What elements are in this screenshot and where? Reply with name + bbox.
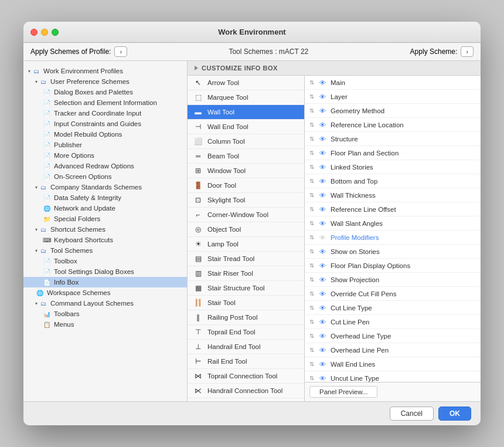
tree-item-toolbox[interactable]: 📄 Toolbox [23,256,187,266]
prop-handle[interactable]: ⇅ [309,121,314,128]
tool-item-handrail-connection[interactable]: ⋉ Handrail Connection Tool [188,384,304,398]
tool-item-wall-end[interactable]: ⊣ Wall End Tool [188,120,304,134]
tool-item-toprail-connection[interactable]: ⋈ Toprail Connection Tool [188,369,304,384]
prop-eye-uncut-line-type[interactable]: 👁 [318,374,327,382]
prop-eye-overhead-line-pen[interactable]: 👁 [318,346,327,354]
prop-item-show-projection[interactable]: ⇅ 👁 Show Projection [305,273,481,287]
prop-handle[interactable]: ⇅ [309,333,314,339]
tree-item-tracker[interactable]: 📄 Tracker and Coordinate Input [23,108,187,118]
prop-item-show-on-stories[interactable]: ⇅ 👁 Show on Stories [305,245,481,259]
prop-handle[interactable]: ⇅ [309,234,314,241]
prop-item-floor-display[interactable]: ⇅ 👁 Floor Plan Display Options [305,259,481,273]
tree-item-dialog-boxes[interactable]: 📄 Dialog Boxes and Palettes [23,87,187,97]
prop-handle[interactable]: ⇅ [309,276,314,283]
tree-item-data-safety[interactable]: 📄 Data Safety & Integrity [23,192,187,203]
tree-item-special-folders[interactable]: 📁 Special Folders [23,214,187,224]
prop-item-wall-end-lines[interactable]: ⇅ 👁 Wall End Lines [305,357,481,371]
tool-item-railing-post[interactable]: ‖ Railing Post Tool [188,310,304,325]
prop-item-main[interactable]: ⇅ 👁 Main [305,76,481,90]
prop-item-cut-line-pen[interactable]: ⇅ 👁 Cut Line Pen [305,315,481,329]
prop-eye-show-on-stories[interactable]: 👁 [318,248,327,256]
tool-item-door[interactable]: 🚪 Door Tool [188,178,304,193]
prop-handle[interactable]: ⇅ [309,361,314,367]
prop-item-override-cut-fill[interactable]: ⇅ 👁 Override Cut Fill Pens [305,287,481,301]
prop-eye-cut-line-pen[interactable]: 👁 [318,318,327,326]
tree-item-input-constraints[interactable]: 📄 Input Constraints and Guides [23,118,187,129]
tool-item-column[interactable]: ⬜ Column Tool [188,134,304,149]
prop-eye-show-projection[interactable]: 👁 [318,276,327,284]
tool-item-marquee[interactable]: ⬚ Marquee Tool [188,90,304,105]
prop-eye-wall-end-lines[interactable]: 👁 [318,360,327,368]
prop-item-ref-line-loc[interactable]: ⇅ 👁 Reference Line Location [305,118,481,132]
tool-item-arrow[interactable]: ↖ Arrow Tool [188,76,304,90]
tool-item-stair-structure[interactable]: ▦ Stair Structure Tool [188,281,304,296]
prop-eye-override-cut-fill[interactable]: 👁 [318,290,327,298]
tool-item-wall[interactable]: ▬ Wall Tool [188,105,304,120]
prop-handle[interactable]: ⇅ [309,136,314,142]
prop-eye-ref-line-offset[interactable]: 👁 [318,205,327,214]
prop-eye-geometry[interactable]: 👁 [318,107,327,115]
prop-eye-main[interactable]: 👁 [318,79,327,87]
prop-item-wall-thickness[interactable]: ⇅ 👁 Wall Thickness [305,188,481,202]
tree-item-more-options[interactable]: 📄 More Options [23,150,187,161]
prop-handle[interactable]: ⇅ [309,319,314,325]
prop-item-profile-modifiers[interactable]: ⇅ 👁 Profile Modifiers [305,231,481,245]
tree-item-on-screen[interactable]: 📄 On-Screen Options [23,171,187,182]
prop-eye-wall-slant[interactable]: 👁 [318,219,327,228]
prop-item-floor-plan-section[interactable]: ⇅ 👁 Floor Plan and Section [305,146,481,160]
prop-handle[interactable]: ⇅ [309,290,314,297]
tool-item-beam[interactable]: ═ Beam Tool [188,149,304,164]
tree-item-menus[interactable]: 📋 Menus [23,319,187,330]
tool-item-window[interactable]: ⊞ Window Tool [188,164,304,178]
tree-item-network[interactable]: 🌐 Network and Update [23,203,187,214]
cancel-button[interactable]: Cancel [390,407,434,421]
prop-item-geometry-method[interactable]: ⇅ 👁 Geometry Method [305,104,481,118]
tool-item-skylight[interactable]: ⊡ Skylight Tool [188,193,304,208]
prop-item-cut-line-type[interactable]: ⇅ 👁 Cut Line Type [305,301,481,315]
apply-scheme-dropdown[interactable]: › [461,46,474,57]
prop-handle[interactable]: ⇅ [309,375,314,381]
tool-item-lamp[interactable]: ☀ Lamp Tool [188,237,304,252]
prop-item-layer[interactable]: ⇅ 👁 Layer [305,90,481,104]
maximize-button[interactable] [52,29,59,36]
tree-item-keyboard-shortcuts[interactable]: ⌨ Keyboard Shortcuts [23,235,187,245]
prop-eye-overhead-line-type[interactable]: 👁 [318,332,327,340]
prop-item-linked-stories[interactable]: ⇅ 👁 Linked Stories [305,160,481,174]
tree-item-tool-schemes[interactable]: ▾ 🗂 Tool Schemes [23,245,187,256]
tool-item-object[interactable]: ◎ Object Tool [188,222,304,237]
prop-eye-wall-thickness[interactable]: 👁 [318,191,327,199]
prop-handle[interactable]: ⇅ [309,79,314,86]
tool-item-corner-window[interactable]: ⌐ Corner-Window Tool [188,208,304,222]
tool-item-stair-tread[interactable]: ▤ Stair Tread Tool [188,252,304,266]
prop-eye-cut-line-type[interactable]: 👁 [318,304,327,312]
prop-item-wall-slant[interactable]: ⇅ 👁 Wall Slant Angles [305,216,481,231]
prop-handle[interactable]: ⇅ [309,248,314,255]
prop-handle[interactable]: ⇅ [309,347,314,353]
close-button[interactable] [30,29,38,36]
tree-item-info-box[interactable]: 📄 Info Box [23,277,187,287]
panel-preview-button[interactable]: Panel Preview... [309,386,377,398]
prop-eye-layer[interactable]: 👁 [318,93,327,101]
tree-item-command-layout[interactable]: ▾ 🗂 Command Layout Schemes [23,298,187,309]
tool-item-rail-end[interactable]: ⊢ Rail End Tool [188,354,304,369]
prop-eye-floor-plan-section[interactable]: 👁 [318,149,327,157]
prop-eye-bottom-top[interactable]: 👁 [318,177,327,185]
prop-eye-linked-stories[interactable]: 👁 [318,163,327,171]
apply-schemes-dropdown[interactable]: › [114,46,127,57]
prop-handle[interactable]: ⇅ [309,304,314,311]
prop-item-overhead-line-type[interactable]: ⇅ 👁 Overhead Line Type [305,329,481,343]
ok-button[interactable]: OK [438,407,471,421]
tool-item-toprail-end[interactable]: ⊤ Toprail End Tool [188,325,304,340]
tree-item-publisher[interactable]: 📄 Publisher [23,140,187,150]
prop-handle[interactable]: ⇅ [309,192,314,198]
tree-item-selection-elem[interactable]: 📄 Selection and Element Information [23,97,187,108]
prop-handle[interactable]: ⇅ [309,220,314,226]
tree-item-company-std[interactable]: ▾ 🗂 Company Standards Schemes [23,182,187,192]
prop-item-bottom-top[interactable]: ⇅ 👁 Bottom and Top [305,174,481,188]
tool-item-rail-connection[interactable]: ⋊ Rail Connection Tool [188,398,304,401]
prop-handle[interactable]: ⇅ [309,150,314,156]
prop-eye-structure[interactable]: 👁 [318,135,327,143]
tool-item-stair-riser[interactable]: ▥ Stair Riser Tool [188,266,304,281]
prop-eye-profile-modifiers[interactable]: 👁 [318,233,327,242]
prop-item-uncut-line-type[interactable]: ⇅ 👁 Uncut Line Type [305,371,481,382]
